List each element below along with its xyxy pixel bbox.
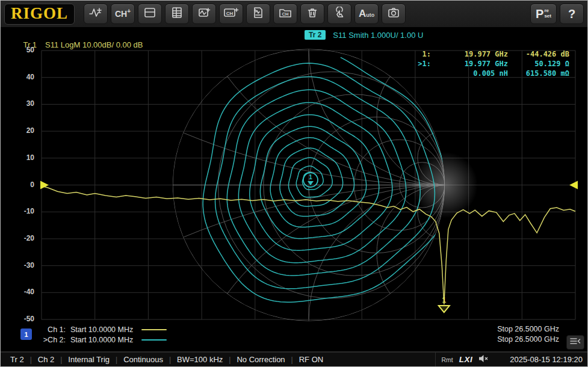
stop-frequency-labels: Stop 26.5000 GHz Stop 26.5000 GHz <box>497 324 559 345</box>
status-active-trace[interactable]: Tr 2 <box>10 355 24 364</box>
separator: | <box>229 356 231 364</box>
y-axis-tick-label: -20 <box>1 234 34 242</box>
separator: | <box>30 356 32 364</box>
separator: | <box>116 356 117 364</box>
channel1-start: Start 10.0000 MHz <box>70 325 133 334</box>
svg-text:1: 1 <box>442 296 446 304</box>
status-rf-state[interactable]: RF ON <box>299 355 323 364</box>
vna-screen: RIGOL CH+ <box>0 0 588 367</box>
marker-row-freq: 19.977 GHz <box>431 59 508 69</box>
lxi-indicator: LXI <box>459 355 473 364</box>
remote-indicator: Rmt <box>442 356 453 363</box>
ref-level-marker-right[interactable] <box>569 181 578 190</box>
y-axis-tick-label: 50 <box>1 46 34 54</box>
marker-row-freq: 0.005 nH <box>431 69 508 78</box>
channel2-row[interactable]: >Ch 2: Start 10.0000 MHz <box>38 335 167 345</box>
status-right-section: Rmt LXI 2025-08-15 12:19:20 <box>435 353 585 366</box>
trace1-marker-1[interactable]: 1 <box>439 296 450 312</box>
marker-row-value: 615.580 mΩ <box>508 69 569 78</box>
status-if-bandwidth[interactable]: BW=100 kHz <box>177 355 223 364</box>
trace1-color-swatch <box>141 329 167 330</box>
separator: | <box>291 356 293 364</box>
channel2-stop: Stop 26.5000 GHz <box>497 335 559 345</box>
marker-row-label <box>406 69 431 78</box>
y-axis-tick-label: -30 <box>1 261 34 270</box>
status-sweep-mode[interactable]: Continuous <box>123 355 163 364</box>
marker-row-value: 50.129 Ω <box>508 59 569 69</box>
separator: | <box>60 356 62 364</box>
marker-readout: 1: 19.977 GHz -44.426 dB >1: 19.977 GHz … <box>406 49 569 78</box>
channel2-start: Start 10.0000 MHz <box>70 336 133 344</box>
channel1-row[interactable]: Ch 1: Start 10.0000 MHz <box>38 324 167 335</box>
marker-row-value: -44.426 dB <box>508 49 569 59</box>
marker-row-freq: 19.977 GHz <box>431 49 508 59</box>
status-trigger-source[interactable]: Internal Trig <box>68 355 110 364</box>
window-number-badge[interactable]: 1 <box>20 328 32 340</box>
svg-text:1: 1 <box>309 174 312 180</box>
channel1-label: Ch 1: <box>38 325 66 334</box>
y-axis-tick-label: -50 <box>1 315 34 323</box>
trace2-color-swatch <box>141 339 167 341</box>
datetime-display: 2025-08-15 12:19:20 <box>510 355 583 364</box>
menu-collapse-button[interactable] <box>566 335 584 350</box>
y-axis-tick-label: 30 <box>1 99 34 108</box>
status-bar: Tr 2| Ch 2| Internal Trig| Continuous| B… <box>1 351 587 366</box>
trace2-marker-1[interactable]: 1 <box>303 173 318 187</box>
y-axis-tick-label: 20 <box>1 126 34 135</box>
channel-legend: Ch 1: Start 10.0000 MHz >Ch 2: Start 10.… <box>38 324 167 345</box>
status-active-channel[interactable]: Ch 2 <box>38 355 54 364</box>
channel1-stop: Stop 26.5000 GHz <box>497 324 559 335</box>
channel2-label: >Ch 2: <box>38 336 66 344</box>
marker-row-label: >1: <box>406 59 431 69</box>
y-axis-tick-label: 10 <box>1 153 34 162</box>
marker-row-label: 1: <box>406 49 431 59</box>
menu-collapse-icon <box>569 337 581 348</box>
status-correction[interactable]: No Correction <box>237 355 285 364</box>
y-axis-tick-label: 40 <box>1 73 34 81</box>
y-axis-tick-label: -10 <box>1 207 34 215</box>
y-axis-tick-label: -40 <box>1 288 34 296</box>
y-axis-tick-label: 0 <box>1 180 34 189</box>
speaker-muted-icon[interactable] <box>478 354 488 365</box>
separator: | <box>169 356 171 364</box>
